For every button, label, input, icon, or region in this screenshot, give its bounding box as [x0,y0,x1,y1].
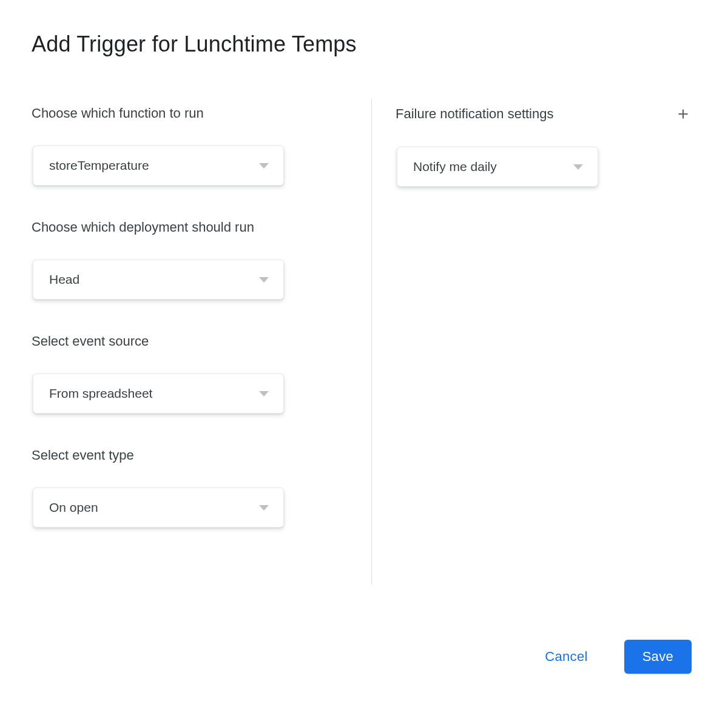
deployment-select-value: Head [49,272,79,287]
function-select[interactable]: storeTemperature [33,146,284,186]
form-columns: Choose which function to run storeTemper… [32,106,692,562]
failure-label: Failure notification settings [396,106,553,122]
right-column: Failure notification settings Notify me … [347,106,692,562]
failure-header: Failure notification settings [396,106,692,122]
function-field: Choose which function to run storeTemper… [32,106,323,186]
add-trigger-dialog: Add Trigger for Lunchtime Temps Choose w… [0,0,728,704]
chevron-down-icon [259,505,269,511]
event-type-select-value: On open [49,500,98,515]
event-source-label: Select event source [32,334,323,349]
event-type-label: Select event type [32,448,323,463]
dialog-title: Add Trigger for Lunchtime Temps [32,32,692,57]
plus-icon [675,106,691,122]
deployment-field: Choose which deployment should run Head [32,220,323,300]
chevron-down-icon [573,164,583,170]
function-select-value: storeTemperature [49,158,149,173]
failure-select-value: Notify me daily [413,159,497,174]
left-column: Choose which function to run storeTemper… [32,106,347,562]
chevron-down-icon [259,163,269,169]
event-source-select[interactable]: From spreadsheet [33,374,284,414]
event-source-select-value: From spreadsheet [49,386,152,401]
event-type-field: Select event type On open [32,448,323,528]
function-label: Choose which function to run [32,106,323,121]
failure-select[interactable]: Notify me daily [397,147,598,187]
cancel-button[interactable]: Cancel [533,642,599,672]
chevron-down-icon [259,277,269,283]
chevron-down-icon [259,391,269,397]
event-source-field: Select event source From spreadsheet [32,334,323,414]
deployment-label: Choose which deployment should run [32,220,323,235]
add-notification-button[interactable] [675,106,692,122]
save-button[interactable]: Save [624,640,692,674]
dialog-footer: Cancel Save [533,640,692,674]
event-type-select[interactable]: On open [33,488,284,528]
deployment-select[interactable]: Head [33,260,284,300]
